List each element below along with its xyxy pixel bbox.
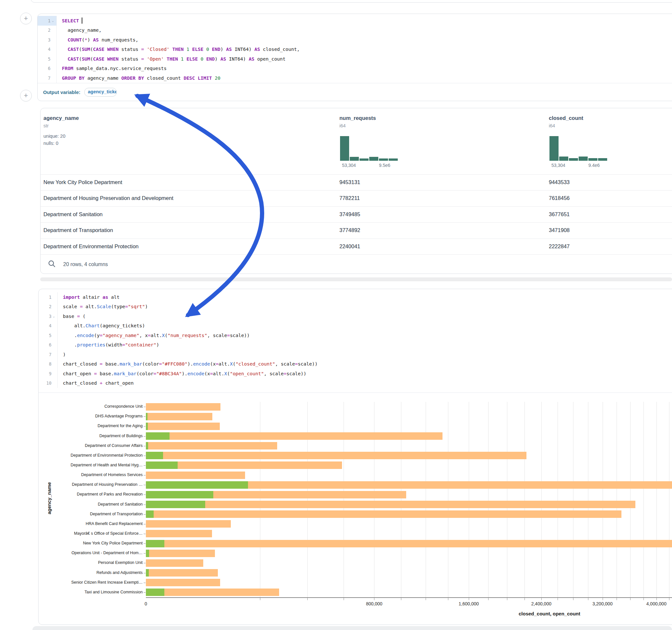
chart-gridline (469, 402, 469, 597)
chart-x-tick (374, 598, 375, 600)
chart-bar-closed_count (146, 579, 220, 586)
chart: closed_count, open_count agency_name 080… (0, 0, 672, 630)
chart-y-tick (144, 494, 146, 495)
chart-y-label: Department of Parks and Recreation (52, 492, 143, 496)
chart-y-label: Department of Transportation (52, 512, 143, 516)
chart-gridline (448, 402, 448, 597)
chart-bar-open_count (146, 588, 164, 596)
chart-bar-open_count (146, 569, 149, 577)
chart-y-label: Department of Sanitation (52, 502, 143, 507)
chart-bar-closed_count (146, 559, 203, 567)
chart-y-label: Correspondence Unit (52, 404, 143, 409)
chart-y-axis-title: agency_name (46, 482, 52, 514)
chart-x-tick (426, 598, 426, 600)
chart-x-axis-title: closed_count, open_count (519, 611, 580, 616)
chart-y-tick (144, 456, 146, 456)
chart-x-tick (557, 598, 558, 600)
chart-y-tick (144, 426, 146, 427)
chart-y-label: Senior Citizen Rent Increase Exempti… (52, 580, 143, 585)
chart-y-tick (144, 416, 146, 417)
chart-y-label: DHS Advantage Programs (52, 414, 143, 418)
chart-x-tick (525, 598, 525, 600)
chart-y-label: Department of Environmental Protection (52, 453, 143, 458)
chart-x-tick-label: 1,600,000 (459, 601, 479, 606)
chart-x-axis-line (146, 597, 672, 598)
chart-y-label: Department of Buildings (52, 434, 143, 438)
chart-x-tick-label: 800,000 (366, 601, 383, 606)
chart-y-label: Personal Exemption Unit (52, 560, 143, 565)
chart-y-label: Department of Homeless Services (52, 472, 143, 477)
chart-bar-open_count (146, 501, 205, 508)
chart-bar-closed_count (146, 530, 212, 537)
chart-gridline (656, 402, 657, 597)
chart-y-label: Mayorâ€ s Office of Special Enforce… (52, 531, 143, 536)
chart-gridline (525, 402, 525, 597)
chart-bar-open_count (146, 491, 213, 499)
chart-x-tick-label: 0 (145, 601, 147, 606)
chart-y-tick (144, 485, 146, 485)
chart-y-label: New York City Police Department (52, 541, 143, 546)
chart-bar-closed_count (146, 432, 442, 440)
chart-x-tick (644, 598, 644, 600)
chart-gridline (374, 402, 375, 597)
chart-y-label: Department for the Aging (52, 423, 143, 428)
chart-bar-closed_count (146, 452, 526, 459)
chart-bar-closed_count (146, 403, 220, 411)
chart-x-tick-label: 4,000,000 (646, 601, 667, 606)
chart-x-tick (448, 598, 448, 600)
chart-x-tick (669, 598, 669, 600)
chart-y-tick (144, 475, 146, 476)
chart-bar-open_count (146, 422, 148, 430)
chart-gridline (401, 402, 401, 597)
chart-gridline (617, 402, 617, 597)
chart-bar-closed_count (146, 510, 621, 518)
chart-x-tick-label: 2,400,000 (531, 601, 551, 606)
chart-y-tick (144, 514, 146, 515)
chart-gridline (260, 402, 260, 597)
chart-bar-closed_count (146, 588, 279, 596)
chart-x-tick (617, 598, 617, 600)
chart-bar-closed_count (146, 550, 215, 557)
chart-gridline (557, 402, 558, 597)
chart-x-tick (507, 598, 507, 600)
chart-y-label: Taxi and Limousine Commission (52, 590, 143, 595)
chart-x-tick (488, 598, 488, 600)
chart-bar-open_count (146, 510, 154, 518)
chart-bar-closed_count (146, 520, 231, 528)
chart-y-tick (144, 505, 146, 505)
chart-y-tick (144, 573, 146, 573)
chart-y-tick (144, 524, 146, 524)
chart-y-tick (144, 592, 146, 593)
chart-bar-closed_count (146, 442, 277, 450)
chart-y-tick (144, 543, 146, 544)
chart-gridline (644, 402, 644, 597)
chart-y-label: HRA Benefit Card Replacement (52, 522, 143, 526)
chart-bar-open_count (146, 550, 149, 557)
chart-y-label: Operations Unit - Department of Hom… (52, 551, 143, 555)
chart-bar-open_count (146, 442, 148, 450)
chart-x-tick (401, 598, 401, 600)
chart-bar-closed_count (146, 569, 218, 577)
chart-gridline (488, 402, 488, 597)
chart-y-tick (144, 465, 146, 466)
chart-y-tick (144, 436, 146, 437)
chart-bar-closed_count (146, 422, 220, 430)
chart-bar-open_count (146, 413, 147, 420)
chart-gridline (426, 402, 426, 597)
chart-y-label: Department of Health and Mental Hyg… (52, 463, 143, 467)
chart-x-tick (260, 598, 260, 600)
chart-bar-open_count (146, 461, 178, 469)
chart-x-tick (656, 598, 657, 600)
chart-bar-closed_count (146, 540, 672, 547)
chart-y-label: Department of Housing Preservation … (52, 482, 143, 487)
chart-y-tick (144, 534, 146, 534)
chart-y-tick (144, 446, 146, 446)
chart-gridline (588, 402, 589, 597)
chart-x-tick (603, 598, 603, 600)
chart-bar-open_count (146, 432, 170, 440)
chart-x-tick (588, 598, 589, 600)
chart-y-label: Department of Consumer Affairs (52, 443, 143, 448)
chart-bar-open_count (146, 540, 164, 547)
chart-bar-closed_count (146, 501, 635, 508)
chart-bar-closed_count (146, 471, 245, 479)
